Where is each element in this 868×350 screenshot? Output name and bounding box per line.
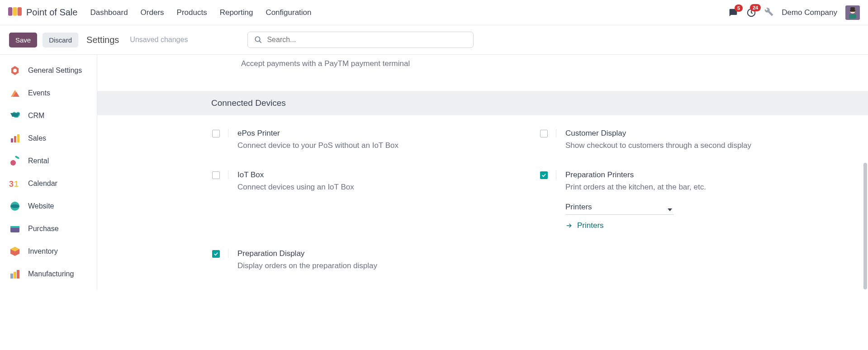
topbar: Point of Sale Dashboard Orders Products …: [0, 0, 868, 25]
setting-title: Customer Display: [565, 129, 850, 138]
setting-desc: Print orders at the kitchen, at the bar,…: [565, 181, 850, 193]
sidebar-item-calendar[interactable]: 31 Calendar: [0, 172, 97, 195]
setting-title: IoT Box: [237, 170, 522, 180]
setting-desc: Connect device to your PoS without an Io…: [237, 140, 522, 151]
purchase-icon: [9, 223, 21, 235]
sidebar-item-rental[interactable]: Rental: [0, 150, 97, 172]
scrollbar[interactable]: [863, 163, 867, 289]
svg-rect-1: [13, 7, 17, 16]
customer-display-checkbox[interactable]: [540, 130, 548, 137]
svg-text:1: 1: [14, 180, 19, 189]
nav-orders[interactable]: Orders: [141, 8, 164, 17]
svg-rect-26: [10, 274, 13, 279]
search-icon: [254, 36, 262, 44]
svg-rect-13: [11, 138, 13, 142]
sidebar-label: Sales: [28, 134, 46, 142]
svg-rect-2: [18, 7, 22, 16]
printers-link-label: Printers: [577, 221, 604, 230]
epos-checkbox[interactable]: [212, 130, 220, 137]
printers-field[interactable]: Printers: [565, 203, 850, 215]
svg-point-21: [10, 204, 19, 208]
setting-epos: ePos Printer Connect device to your PoS …: [212, 129, 522, 151]
topbar-right: 5 24 Demo Company: [728, 5, 860, 20]
calendar-icon: 31: [9, 178, 21, 189]
messages-badge: 5: [735, 5, 743, 12]
setting-desc: Connect devices using an IoT Box: [237, 181, 522, 193]
prep-display-checkbox[interactable]: [212, 250, 220, 258]
save-button[interactable]: Save: [9, 33, 37, 47]
svg-rect-14: [14, 136, 16, 142]
manufacturing-icon: [9, 268, 21, 280]
page-title: Settings: [86, 35, 119, 45]
activities-badge: 24: [750, 4, 761, 11]
svg-rect-0: [8, 7, 12, 16]
caret-down-icon: [668, 204, 672, 213]
sidebar-label: General Settings: [28, 66, 82, 75]
sidebar-label: Website: [28, 202, 54, 210]
nav-links: Dashboard Orders Products Reporting Conf…: [90, 8, 311, 17]
setting-desc: Show checkout to customers through a sec…: [565, 140, 850, 151]
sidebar-item-inventory[interactable]: Inventory: [0, 240, 97, 263]
search-input[interactable]: [267, 36, 467, 44]
setting-title: ePos Printer: [237, 129, 522, 138]
sidebar-item-website[interactable]: Website: [0, 195, 97, 218]
tools-icon[interactable]: [764, 7, 773, 18]
discard-button[interactable]: Discard: [43, 33, 78, 47]
iot-checkbox[interactable]: [212, 171, 220, 179]
settings-content: Accept payments with a PayTM payment ter…: [97, 55, 868, 290]
setting-prep-printers: Preparation Printers Print orders at the…: [540, 170, 850, 231]
company-switcher[interactable]: Demo Company: [782, 8, 837, 17]
setting-title: Preparation Printers: [565, 170, 850, 180]
svg-rect-27: [14, 272, 16, 279]
app-name[interactable]: Point of Sale: [26, 7, 77, 18]
sidebar-item-events[interactable]: Events: [0, 82, 97, 104]
svg-rect-8: [850, 7, 855, 10]
section-header: Connected Devices: [97, 91, 868, 115]
sidebar-item-general[interactable]: General Settings: [0, 59, 97, 82]
website-icon: [9, 200, 21, 212]
inventory-icon: [9, 246, 21, 257]
sidebar-label: Events: [28, 89, 50, 97]
nav-reporting[interactable]: Reporting: [220, 8, 253, 17]
svg-rect-17: [15, 156, 20, 159]
setting-iot: IoT Box Connect devices using an IoT Box: [212, 170, 522, 231]
sidebar-label: Purchase: [28, 225, 59, 233]
arrow-right-icon: [565, 222, 573, 229]
events-icon: [9, 87, 21, 99]
sidebar-item-crm[interactable]: CRM: [0, 104, 97, 127]
svg-point-16: [10, 160, 16, 166]
printers-link[interactable]: Printers: [565, 221, 850, 230]
sidebar-label: Manufacturing: [28, 270, 74, 278]
printers-field-label: Printers: [565, 203, 592, 211]
prep-printers-checkbox[interactable]: [540, 171, 548, 179]
svg-text:3: 3: [9, 180, 14, 189]
sidebar-item-manufacturing[interactable]: Manufacturing: [0, 263, 97, 285]
svg-rect-28: [17, 270, 19, 279]
settings-sidebar: General Settings Events CRM Sales Rental…: [0, 55, 97, 290]
setting-desc: Display orders on the preparation displa…: [237, 260, 522, 272]
nav-configuration[interactable]: Configuration: [266, 8, 311, 17]
svg-point-9: [256, 37, 261, 42]
activities-icon[interactable]: 24: [746, 8, 756, 18]
sidebar-label: Calendar: [28, 180, 57, 188]
prev-section-desc: Accept payments with a PayTM payment ter…: [97, 55, 868, 91]
settings-grid: ePos Printer Connect device to your PoS …: [97, 115, 868, 290]
user-avatar[interactable]: [845, 5, 860, 20]
sidebar-label: CRM: [28, 112, 44, 120]
search-box[interactable]: [247, 32, 474, 48]
svg-point-12: [13, 69, 17, 72]
actionbar: Save Discard Settings Unsaved changes: [0, 25, 868, 54]
sidebar-item-sales[interactable]: Sales: [0, 127, 97, 150]
svg-rect-23: [10, 226, 19, 228]
sidebar-item-purchase[interactable]: Purchase: [0, 218, 97, 240]
sales-icon: [9, 132, 21, 144]
nav-dashboard[interactable]: Dashboard: [90, 8, 128, 17]
sidebar-label: Inventory: [28, 247, 58, 255]
setting-title: Preparation Display: [237, 249, 522, 258]
setting-customer-display: Customer Display Show checkout to custom…: [540, 129, 850, 151]
nav-products[interactable]: Products: [177, 8, 207, 17]
svg-line-10: [260, 41, 261, 43]
gear-icon: [9, 65, 21, 76]
unsaved-indicator: Unsaved changes: [130, 36, 188, 44]
messages-icon[interactable]: 5: [728, 8, 738, 17]
